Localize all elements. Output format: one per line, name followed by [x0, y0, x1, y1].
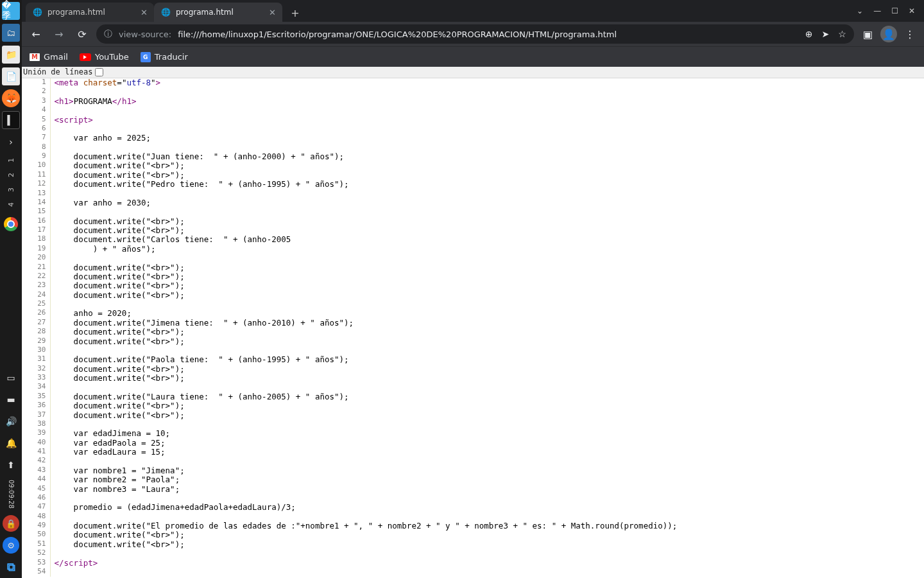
minimize-button[interactable]: — — [873, 6, 881, 15]
site-info-icon[interactable]: ⓘ — [104, 28, 112, 40]
close-icon[interactable]: ✕ — [141, 8, 148, 17]
address-bar[interactable]: ⓘ view-source:file:///home/linuxop1/Escr… — [96, 24, 854, 44]
line-code[interactable]: document.write("Jimena tiene: " + (anho-… — [50, 319, 677, 328]
line-code[interactable]: document.write("<br>"); — [50, 365, 677, 374]
share-icon[interactable]: ➤ — [822, 29, 830, 39]
line-code[interactable]: ) + " años"); — [50, 245, 677, 254]
line-code[interactable]: <h1>PROGRAMA</h1> — [50, 97, 677, 106]
line-code[interactable]: anho = 2020; — [50, 309, 677, 318]
line-code[interactable] — [50, 189, 677, 198]
folder-icon[interactable]: 📁 — [2, 46, 20, 64]
new-tab-button[interactable]: + — [286, 4, 304, 22]
profile-avatar-icon[interactable]: 👤 — [880, 26, 897, 42]
line-code[interactable]: var edadPaola = 25; — [50, 439, 677, 448]
line-code[interactable]: document.write("Laura tiene: " + (anho-2… — [50, 392, 677, 401]
line-code[interactable] — [50, 207, 677, 216]
firefox-icon[interactable]: 🦊 — [2, 89, 20, 107]
zoom-icon[interactable]: ⊕ — [805, 29, 813, 39]
vscode-icon[interactable]: ⧉ — [3, 559, 19, 575]
line-code[interactable] — [50, 254, 677, 263]
line-code[interactable] — [50, 87, 677, 96]
line-code[interactable]: <script> — [50, 116, 677, 125]
tabs-dropdown-icon[interactable]: ⌄ — [857, 6, 863, 15]
line-code[interactable]: document.write("<br>"); — [50, 530, 677, 539]
close-icon[interactable]: ✕ — [269, 8, 276, 17]
files-icon[interactable]: 🗂 — [2, 24, 20, 42]
bookmark-star-icon[interactable]: ☆ — [838, 29, 846, 39]
tray-notifications-icon[interactable]: 🔔 — [2, 434, 20, 452]
line-code[interactable] — [50, 494, 677, 503]
page-content[interactable]: Unión de líneas 1<meta charset="utf-8">2… — [22, 67, 924, 578]
line-code[interactable]: document.write("<br>"); — [50, 217, 677, 226]
line-code[interactable]: document.write("<br>"); — [50, 226, 677, 235]
line-code[interactable] — [50, 549, 677, 558]
line-code[interactable]: var nombre1 = "Jimena"; — [50, 466, 677, 475]
line-code[interactable] — [50, 125, 677, 134]
tray-battery-icon[interactable]: ▬ — [2, 390, 20, 408]
line-code[interactable]: document.write("<br>"); — [50, 161, 677, 170]
line-code[interactable]: var nombre2 = "Paola"; — [50, 475, 677, 484]
line-code[interactable]: document.write("<br>"); — [50, 263, 677, 272]
maximize-button[interactable]: ☐ — [891, 6, 898, 15]
line-code[interactable] — [50, 300, 677, 309]
line-code[interactable]: document.write("<br>"); — [50, 171, 677, 180]
line-code[interactable] — [50, 346, 677, 355]
line-code[interactable]: document.write("<br>"); — [50, 337, 677, 346]
line-code[interactable]: document.write("<br>"); — [50, 281, 677, 290]
line-code[interactable]: document.write("<br>"); — [50, 411, 677, 420]
bookmark-traducir[interactable]: G Traducir — [141, 52, 188, 62]
line-code[interactable]: document.write("<br>"); — [50, 401, 677, 410]
line-code[interactable] — [50, 106, 677, 115]
chrome-icon[interactable] — [2, 215, 20, 233]
terminal-icon[interactable]: ▍ — [2, 111, 20, 129]
lock-icon[interactable]: 🔒 — [3, 515, 19, 532]
source-line: 6 — [22, 125, 677, 134]
line-code[interactable]: document.write("Carlos tiene: " + (anho-… — [50, 235, 677, 244]
line-code[interactable]: document.write("<br>"); — [50, 291, 677, 300]
line-code[interactable]: document.write("<br>"); — [50, 540, 677, 549]
line-code[interactable]: var edadJimena = 10; — [50, 429, 677, 438]
kde-launcher-icon[interactable]: �季 — [2, 2, 20, 20]
close-window-button[interactable]: ✕ — [909, 6, 915, 15]
forward-button[interactable]: → — [50, 25, 68, 43]
menu-icon[interactable]: ⋮ — [905, 28, 915, 40]
bookmark-youtube[interactable]: YouTube — [80, 52, 129, 62]
line-code[interactable]: document.write("<br>"); — [50, 272, 677, 281]
tray-network-icon[interactable]: ▭ — [2, 369, 20, 387]
line-code[interactable]: document.write("<br>"); — [50, 374, 677, 383]
source-line: 48 — [22, 512, 677, 521]
line-code[interactable] — [50, 457, 677, 466]
desktop-4-indicator[interactable]: 4 — [7, 196, 15, 214]
line-code[interactable]: document.write("El promedio de las edade… — [50, 521, 677, 530]
line-code[interactable]: document.write("Juan tiene: " + (anho-20… — [50, 152, 677, 161]
settings-icon[interactable]: ⚙ — [3, 537, 19, 554]
tab-1[interactable]: 🌐 programa.html ✕ — [154, 3, 282, 22]
nav-toolbar: ← → ⟳ ⓘ view-source:file:///home/linuxop… — [22, 22, 924, 46]
line-wrap-checkbox[interactable] — [95, 68, 103, 76]
reload-button[interactable]: ⟳ — [73, 25, 91, 43]
line-code[interactable] — [50, 568, 677, 577]
line-code[interactable]: promedio = (edadJimena+edadPaola+edadLau… — [50, 503, 677, 512]
document-icon[interactable]: 📄 — [2, 67, 20, 85]
line-code[interactable]: var edadLaura = 15; — [50, 448, 677, 457]
line-code[interactable]: </script> — [50, 559, 677, 568]
line-code[interactable]: document.write("Paola tiene: " + (anho-1… — [50, 355, 677, 364]
line-code[interactable] — [50, 420, 677, 429]
line-code[interactable]: <meta charset="utf-8"> — [50, 78, 677, 87]
back-button[interactable]: ← — [27, 25, 45, 43]
line-code[interactable]: document.write("Pedro tiene: " + (anho-1… — [50, 180, 677, 189]
tab-0[interactable]: 🌐 programa.html ✕ — [26, 3, 154, 22]
line-code[interactable]: var nombre3 = "Laura"; — [50, 485, 677, 494]
expand-icon[interactable]: › — [2, 133, 20, 151]
line-code[interactable] — [50, 383, 677, 392]
side-panel-icon[interactable]: ▣ — [863, 28, 873, 40]
bookmark-gmail[interactable]: M Gmail — [30, 52, 68, 62]
line-code[interactable] — [50, 512, 677, 521]
tray-updates-icon[interactable]: ⬆ — [2, 456, 20, 474]
tray-volume-icon[interactable]: 🔊 — [2, 412, 20, 430]
line-code[interactable] — [50, 143, 677, 152]
clock[interactable]: 09:09:28 — [8, 480, 15, 509]
line-code[interactable]: document.write("<br>"); — [50, 328, 677, 337]
line-code[interactable]: var anho = 2025; — [50, 134, 677, 143]
line-code[interactable]: var anho = 2030; — [50, 198, 677, 207]
